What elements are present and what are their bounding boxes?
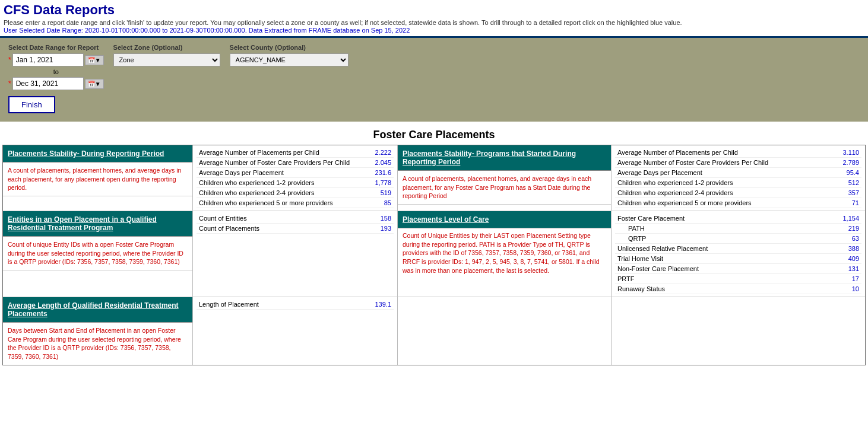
stat-value-link[interactable]: 219 bbox=[848, 225, 859, 232]
stability-during-stats: Average Number of Placements per Child 2… bbox=[193, 145, 398, 211]
level-of-care-col3: Placements Level of Care Count of Unique… bbox=[398, 211, 612, 297]
zone-label: Select Zone (Optional) bbox=[113, 44, 220, 51]
stat-value-link[interactable]: 95.4 bbox=[847, 169, 859, 176]
stat-label: QRTP bbox=[617, 235, 646, 242]
entities-qrtp-desc: Count of unique Entity IDs with a open F… bbox=[3, 237, 192, 270]
stat-label: Average Number of Placements per Child bbox=[199, 149, 319, 156]
stat-value-link[interactable]: 1,778 bbox=[375, 179, 391, 186]
controls-bar: Select Date Range for Report * 📅▼ to * 📅… bbox=[0, 38, 868, 122]
county-group: Select County (Optional) AGENCY_NAME bbox=[230, 44, 349, 66]
stat-value-link[interactable]: 2.045 bbox=[375, 159, 391, 166]
level-of-care-link[interactable]: Placements Level of Care bbox=[403, 215, 489, 224]
stat-value-link[interactable]: 388 bbox=[848, 245, 859, 252]
county-select[interactable]: AGENCY_NAME bbox=[230, 53, 349, 66]
stat-value-link[interactable]: 63 bbox=[852, 235, 859, 242]
stat-value-link[interactable]: 1,154 bbox=[842, 215, 859, 222]
stat-label: Children who experienced 1-2 providers bbox=[617, 179, 733, 186]
stat-right-2-4: Children who experienced 2-4 providers 3… bbox=[615, 188, 861, 198]
main-content: Foster Care Placements Placements Stabil… bbox=[0, 122, 868, 368]
stat-label: PATH bbox=[617, 225, 645, 232]
date-from-input[interactable] bbox=[12, 53, 84, 66]
stat-value-link[interactable]: 85 bbox=[384, 199, 391, 206]
stat-avg-placements-child: Average Number of Placements per Child 2… bbox=[197, 148, 394, 158]
stat-value-link[interactable]: 519 bbox=[381, 189, 391, 196]
level-of-care-header: Placements Level of Care bbox=[398, 211, 611, 228]
avg-length-desc: Days between Start and End of Placement … bbox=[3, 323, 192, 365]
length-placement-stats: Length of Placement 139.1 bbox=[193, 297, 398, 365]
stat-5-more-providers: Children who experienced 5 or more provi… bbox=[197, 198, 394, 208]
page-title: CFS Data Reports bbox=[4, 2, 864, 18]
zone-select[interactable]: Zone bbox=[113, 53, 220, 66]
stat-value-link[interactable]: 131 bbox=[848, 265, 859, 272]
stat-value-link[interactable]: 512 bbox=[848, 179, 859, 186]
stat-right-5-more: Children who experienced 5 or more provi… bbox=[615, 198, 861, 208]
stat-right-avg-days: Average Days per Placement 95.4 bbox=[615, 168, 861, 178]
stat-label: Length of Placement bbox=[199, 301, 259, 308]
stability-programs-stats: Average Number of Placements per Child 3… bbox=[612, 145, 865, 211]
avg-length-link[interactable]: Average Length of Qualified Residential … bbox=[8, 301, 179, 318]
stat-qrtp: QRTP 63 bbox=[615, 234, 861, 244]
stat-label: Average Number of Foster Care Providers … bbox=[199, 159, 350, 166]
stat-label: Average Number of Placements per Child bbox=[617, 149, 738, 156]
stability-during-desc: A count of placements, placement homes, … bbox=[3, 163, 192, 196]
stat-value-link[interactable]: 139.1 bbox=[375, 301, 391, 308]
report-grid: Placements Stability- During Reporting P… bbox=[2, 145, 866, 365]
stat-label: Trial Home Visit bbox=[617, 255, 663, 262]
empty-col3 bbox=[398, 297, 612, 365]
main-section-title: Foster Care Placements bbox=[2, 124, 866, 145]
stability-during-col1: Placements Stability- During Reporting P… bbox=[3, 145, 193, 211]
calendar-to-button[interactable]: 📅▼ bbox=[85, 79, 104, 89]
stat-unlicensed-relative: Unlicensed Relative Placement 388 bbox=[615, 244, 861, 254]
entities-qrtp-col1: Entities in an Open Placement in a Quali… bbox=[3, 211, 193, 297]
stat-label: Children who experienced 5 or more provi… bbox=[617, 199, 752, 206]
stat-label: Average Days per Placement bbox=[617, 169, 702, 176]
stat-label: Children who experienced 2-4 providers bbox=[617, 189, 733, 196]
stability-during-header: Placements Stability- During Reporting P… bbox=[3, 145, 192, 163]
stat-label: Children who experienced 5 or more provi… bbox=[199, 199, 333, 206]
stat-value-link[interactable]: 357 bbox=[848, 189, 859, 196]
stability-programs-header: Placements Stability- Programs that Star… bbox=[398, 145, 611, 171]
entities-qrtp-stats: Count of Entities 158 Count of Placement… bbox=[193, 211, 398, 297]
stat-1-2-providers: Children who experienced 1-2 providers 1… bbox=[197, 178, 394, 188]
stat-label: Runaway Status bbox=[617, 285, 665, 292]
stat-value-link[interactable]: 10 bbox=[852, 285, 859, 292]
stat-label: Average Number of Foster Care Providers … bbox=[617, 159, 768, 166]
stat-length-placement: Length of Placement 139.1 bbox=[197, 300, 394, 310]
entities-qrtp-header: Entities in an Open Placement in a Quali… bbox=[3, 211, 192, 237]
finish-button[interactable]: Finish bbox=[8, 96, 55, 113]
level-of-care-desc: Count of Unique Entities by their LAST o… bbox=[398, 228, 611, 278]
avg-length-header: Average Length of Qualified Residential … bbox=[3, 297, 192, 323]
date-to-input[interactable] bbox=[12, 77, 84, 90]
zone-group: Select Zone (Optional) Zone bbox=[113, 44, 220, 66]
stat-trial-home: Trial Home Visit 409 bbox=[615, 254, 861, 264]
stat-value-link[interactable]: 231.6 bbox=[375, 169, 391, 176]
stat-foster-care-placement: Foster Care Placement 1,154 bbox=[615, 214, 861, 224]
stability-programs-link[interactable]: Placements Stability- Programs that Star… bbox=[403, 149, 576, 166]
stat-label: PRTF bbox=[617, 275, 635, 282]
stat-right-avg-providers: Average Number of Foster Care Providers … bbox=[615, 158, 861, 168]
stat-value-link[interactable]: 17 bbox=[852, 275, 859, 282]
stat-value-link[interactable]: 71 bbox=[852, 199, 859, 206]
stability-during-link[interactable]: Placements Stability- During Reporting P… bbox=[8, 149, 164, 158]
stat-label: Count of Placements bbox=[199, 225, 259, 232]
stat-value-link[interactable]: 409 bbox=[848, 255, 859, 262]
level-of-care-stats: Foster Care Placement 1,154 PATH 219 QRT… bbox=[612, 211, 865, 297]
stat-right-avg-placements: Average Number of Placements per Child 3… bbox=[615, 148, 861, 158]
stat-non-foster: Non-Foster Care Placement 131 bbox=[615, 264, 861, 274]
stat-label: Children who experienced 1-2 providers bbox=[199, 179, 314, 186]
date-range-group: Select Date Range for Report * 📅▼ to * 📅… bbox=[8, 44, 104, 90]
date-info: User Selected Date Range: 2020-10-01T00:… bbox=[4, 27, 864, 34]
stat-avg-days: Average Days per Placement 231.6 bbox=[197, 168, 394, 178]
date-range-label: Select Date Range for Report bbox=[8, 44, 104, 51]
stability-programs-desc: A count of placements, placement homes, … bbox=[398, 171, 611, 205]
stat-label: Children who experienced 2-4 providers bbox=[199, 189, 314, 196]
entities-qrtp-link[interactable]: Entities in an Open Placement in a Quali… bbox=[8, 215, 157, 232]
stat-value-link[interactable]: 193 bbox=[381, 225, 391, 232]
calendar-from-button[interactable]: 📅▼ bbox=[85, 55, 104, 65]
stat-count-placements: Count of Placements 193 bbox=[197, 224, 394, 234]
to-label: to bbox=[8, 68, 104, 75]
stat-value-link[interactable]: 2.222 bbox=[375, 149, 391, 156]
stat-value-link[interactable]: 2.789 bbox=[842, 159, 859, 166]
stat-value-link[interactable]: 3.110 bbox=[842, 149, 859, 156]
stat-value-link[interactable]: 158 bbox=[381, 215, 391, 222]
